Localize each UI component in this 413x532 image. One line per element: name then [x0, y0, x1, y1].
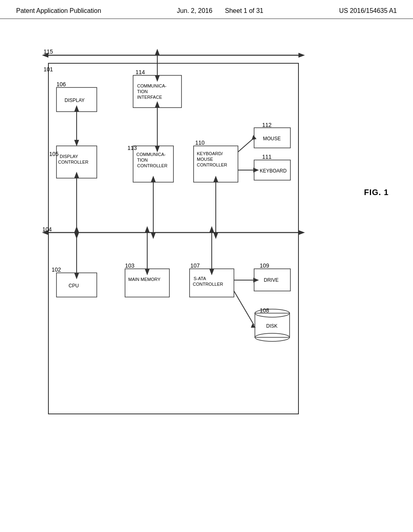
arrowhead-up-115 — [155, 49, 160, 55]
label-110: 110 — [195, 139, 205, 146]
page-header: Patent Application Publication Jun. 2, 2… — [0, 0, 413, 19]
block-diagram: 101 115 COMMUNICA- TION INTERFACE 114 DI… — [16, 31, 379, 515]
arrowhead-up-106 — [74, 105, 79, 112]
label-111: 111 — [262, 154, 272, 160]
label-104: 104 — [42, 226, 52, 233]
text-113-1: COMMUNICA- — [136, 152, 166, 157]
arrowhead-111 — [253, 168, 259, 172]
label-103: 103 — [125, 262, 135, 269]
label-113: 113 — [127, 145, 137, 151]
arrowhead-down-114 — [155, 75, 160, 82]
arrowhead-up-107 — [209, 226, 214, 233]
text-110-3: CONTROLLER — [197, 162, 227, 167]
text-110-1: KEYBOARD/ — [197, 151, 223, 156]
text-107-2: CONTROLLER — [193, 282, 223, 287]
bus-115-arrowhead-right — [298, 53, 305, 58]
arrowhead-down-102 — [74, 273, 79, 279]
arrow-107-108 — [234, 291, 254, 325]
arrow-110-112 — [238, 138, 254, 152]
text-108: DISK — [266, 323, 277, 329]
diagram-area: 101 115 COMMUNICA- TION INTERFACE 114 DI… — [16, 31, 397, 519]
label-109: 109 — [260, 262, 269, 269]
arrowhead-up-103 — [145, 226, 150, 233]
text-105-1: DISPLAY — [60, 154, 78, 159]
text-107-1: S-ATA — [194, 276, 206, 281]
text-114-3: INTERFACE — [137, 95, 162, 100]
text-110-2: MOUSE — [197, 157, 213, 162]
main-content: 101 115 COMMUNICA- TION INTERFACE 114 DI… — [0, 19, 413, 527]
header-patent-number: US 2016/154635 A1 — [339, 7, 397, 15]
arrowhead-down-105 — [74, 140, 79, 146]
text-114-2: TION — [137, 89, 148, 94]
text-111: KEYBOARD — [260, 168, 287, 174]
label-115: 115 — [44, 48, 53, 55]
fig-text: FIG. 1 — [364, 188, 389, 197]
text-102: CPU — [69, 283, 79, 289]
label-105: 105 — [49, 151, 59, 157]
system-box-101 — [48, 63, 298, 414]
label-107: 107 — [190, 262, 200, 269]
arrowhead-down-113 — [155, 146, 160, 152]
text-105-2: CONTROLLER — [58, 160, 88, 164]
text-112: MOUSE — [263, 136, 281, 141]
arrowhead-down-103 — [145, 269, 150, 275]
label-114: 114 — [136, 69, 145, 75]
bus-104-arrowhead-right — [298, 230, 305, 235]
text-109: DRIVE — [264, 277, 279, 283]
label-106: 106 — [56, 81, 66, 87]
arrowhead-down-104-2 — [151, 233, 156, 239]
arrowhead-up-110-2 — [213, 176, 218, 182]
text-106: DISPLAY — [65, 98, 85, 103]
arrowhead-up-114-2 — [155, 101, 160, 108]
arrowhead-down-107 — [209, 269, 214, 275]
arrowhead-up-105-2 — [74, 172, 79, 178]
text-113-2: TION — [137, 158, 148, 162]
arrowhead-109 — [253, 278, 259, 283]
header-sheet: Sheet 1 of 31 — [225, 7, 263, 14]
header-date: Jun. 2, 2016 — [177, 7, 213, 14]
header-publication: Patent Application Publication — [16, 7, 101, 15]
text-114-1: COMMUNICA- — [137, 83, 167, 88]
label-112: 112 — [262, 122, 272, 128]
header-date-sheet: Jun. 2, 2016 Sheet 1 of 31 — [177, 7, 263, 15]
label-101: 101 — [44, 66, 53, 73]
figure-label: FIG. 1 — [364, 188, 389, 197]
label-108: 108 — [260, 307, 269, 314]
arrowhead-up-113-2 — [151, 176, 156, 182]
text-113-3: CONTROLLER — [137, 163, 167, 168]
arrowhead-up-102 — [74, 226, 79, 233]
arrowhead-down-104-3 — [213, 233, 218, 239]
text-103-1: MAIN MEMORY — [128, 277, 161, 282]
label-102: 102 — [52, 266, 61, 273]
